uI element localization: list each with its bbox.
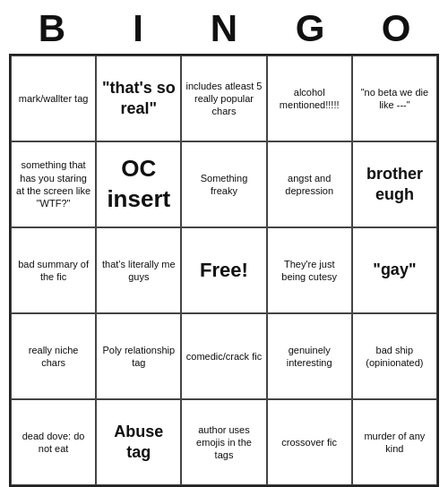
- bingo-cell-3: alcohol mentioned!!!!!: [267, 56, 352, 141]
- title-g: G: [274, 7, 346, 50]
- title-i: I: [102, 7, 174, 50]
- bingo-cell-17: comedic/crack fic: [181, 313, 266, 399]
- bingo-cell-22: author uses emojis in the tags: [181, 399, 266, 485]
- bingo-cell-2: includes atleast 5 really popular chars: [181, 56, 266, 141]
- bingo-cell-10: bad summary of the fic: [11, 227, 96, 313]
- bingo-cell-9: brother eugh: [352, 141, 437, 227]
- bingo-cell-12: Free!: [181, 227, 266, 313]
- bingo-cell-19: bad ship (opinionated): [352, 313, 437, 399]
- bingo-cell-20: dead dove: do not eat: [11, 399, 96, 485]
- bingo-title: B I N G O: [9, 0, 439, 54]
- bingo-cell-14: "gay": [352, 227, 437, 313]
- bingo-cell-11: that's literally me guys: [96, 227, 181, 313]
- bingo-cell-6: OC insert: [96, 141, 181, 227]
- title-b: B: [16, 7, 88, 50]
- bingo-cell-23: crossover fic: [267, 399, 352, 485]
- bingo-cell-0: mark/wallter tag: [11, 56, 96, 141]
- bingo-cell-13: They're just being cutesy: [267, 227, 352, 313]
- bingo-cell-18: genuinely interesting: [267, 313, 352, 399]
- title-n: N: [188, 7, 260, 50]
- bingo-cell-24: murder of any kind: [352, 399, 437, 485]
- bingo-cell-21: Abuse tag: [96, 399, 181, 485]
- bingo-cell-7: Something freaky: [181, 141, 266, 227]
- bingo-cell-16: Poly relationship tag: [96, 313, 181, 399]
- bingo-cell-4: "no beta we die like ---": [352, 56, 437, 141]
- bingo-cell-15: really niche chars: [11, 313, 96, 399]
- bingo-grid: mark/wallter tag"that's so real"includes…: [9, 54, 439, 487]
- bingo-cell-5: something that has you staring at the sc…: [11, 141, 96, 227]
- bingo-cell-1: "that's so real": [96, 56, 181, 141]
- bingo-cell-8: angst and depression: [267, 141, 352, 227]
- title-o: O: [360, 7, 432, 50]
